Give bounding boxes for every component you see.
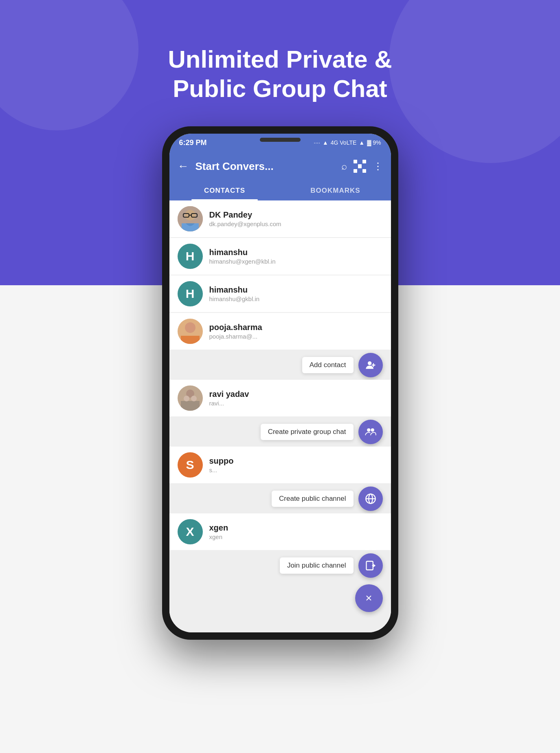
join-public-channel-button[interactable]	[358, 553, 383, 578]
contact-section-suppo: S suppo s... Create public channel	[169, 447, 391, 513]
status-time: 6:29 PM	[179, 139, 207, 147]
contact-info-dk-pandey: DK Pandey dk.pandey@xgenplus.com	[209, 210, 383, 227]
app-bar-title: Start Convers...	[195, 160, 335, 173]
avatar-dk-pandey	[178, 206, 203, 231]
contact-info-ravi: ravi yadav ravi...	[209, 390, 383, 407]
contact-name-suppo: suppo	[209, 456, 383, 466]
contact-name-himanshu1: himanshu	[209, 248, 383, 257]
battery: ▓ 9%	[367, 139, 381, 146]
contact-section-xgen: X xgen xgen Join public channel	[169, 513, 391, 619]
contact-sub-ravi: ravi...	[209, 400, 383, 407]
contact-name-ravi: ravi yadav	[209, 390, 383, 399]
qr-cell	[358, 169, 362, 173]
avatar-ravi	[178, 385, 203, 411]
svg-point-14	[191, 396, 197, 401]
signal-strength: ▲	[359, 139, 365, 146]
contact-name-xgen: xgen	[209, 523, 383, 533]
svg-point-13	[184, 396, 189, 401]
search-icon[interactable]: ⌕	[341, 161, 347, 172]
headline: Unlimited Private & Public Group Chat	[0, 45, 560, 103]
avatar-pooja	[178, 319, 203, 344]
phone-speaker	[260, 138, 301, 142]
qr-code-icon[interactable]	[354, 160, 367, 173]
svg-rect-12	[181, 401, 200, 411]
contact-info-himanshu2: himanshu himanshu@gkbl.in	[209, 285, 383, 302]
add-contact-label[interactable]: Add contact	[302, 357, 354, 373]
avatar-himanshu1: H	[178, 244, 203, 269]
contact-item-himanshu1[interactable]: H himanshu himanshu@xgen@kbl.in	[169, 238, 391, 275]
contact-info-suppo: suppo s...	[209, 456, 383, 473]
svg-point-16	[371, 428, 374, 432]
headline-text: Unlimited Private & Public Group Chat	[168, 46, 392, 102]
contact-info-pooja: pooja.sharma pooja.sharma@...	[209, 323, 383, 340]
create-public-channel-button[interactable]	[358, 487, 383, 511]
back-button[interactable]: ←	[178, 160, 189, 173]
contact-sub-himanshu2: himanshu@gkbl.in	[209, 295, 383, 302]
add-contact-button[interactable]	[358, 353, 383, 377]
contact-sub-pooja: pooja.sharma@...	[209, 333, 383, 340]
action-row-join-channel: Join public channel	[169, 551, 391, 580]
contact-sub-suppo: s...	[209, 467, 383, 473]
join-public-channel-label[interactable]: Join public channel	[280, 557, 354, 574]
contact-info-himanshu1: himanshu himanshu@xgen@kbl.in	[209, 248, 383, 265]
app-bar: ← Start Convers... ⌕	[169, 152, 391, 181]
tabs-bar: CONTACTS BOOKMARKS	[169, 181, 391, 200]
svg-point-7	[185, 322, 195, 333]
contact-sub-dk-pandey: dk.pandey@xgenplus.com	[209, 220, 383, 227]
tab-contacts[interactable]: CONTACTS	[169, 181, 280, 200]
contacts-list: DK Pandey dk.pandey@xgenplus.com H himan…	[169, 200, 391, 632]
qr-cell	[362, 160, 366, 163]
contact-name-dk-pandey: DK Pandey	[209, 210, 383, 220]
status-icons: ···· ▲ 4G VoLTE ▲ ▓ 9%	[314, 139, 381, 146]
create-public-channel-label[interactable]: Create public channel	[272, 491, 353, 507]
more-options-icon[interactable]: ⋮	[373, 161, 383, 172]
svg-point-15	[367, 428, 370, 432]
qr-cell	[362, 169, 366, 173]
signal-dots: ····	[314, 139, 320, 146]
contact-section-pooja: pooja.sharma pooja.sharma@... Add contac…	[169, 313, 391, 380]
contact-item-suppo[interactable]: S suppo s...	[169, 447, 391, 483]
contact-section-ravi: ravi yadav ravi... Create private group …	[169, 380, 391, 447]
phone-outer: 6:29 PM ···· ▲ 4G VoLTE ▲ ▓ 9% ← Start C…	[162, 126, 398, 640]
avatar-xgen: X	[178, 519, 203, 544]
status-bar: 6:29 PM ···· ▲ 4G VoLTE ▲ ▓ 9%	[169, 134, 391, 152]
contact-sub-himanshu1: himanshu@xgen@kbl.in	[209, 258, 383, 265]
action-row-private-group: Create private group chat	[169, 417, 391, 447]
network-type: 4G VoLTE	[331, 139, 357, 146]
phone-mockup: 6:29 PM ···· ▲ 4G VoLTE ▲ ▓ 9% ← Start C…	[162, 126, 398, 680]
app-bar-actions: ⌕ ⋮	[341, 160, 383, 173]
qr-cell	[354, 164, 357, 168]
action-row-public-channel: Create public channel	[169, 484, 391, 513]
signal-bars: ▲	[323, 139, 328, 146]
contact-item-ravi[interactable]: ravi yadav ravi...	[169, 380, 391, 416]
contact-name-himanshu2: himanshu	[209, 285, 383, 295]
qr-cell	[358, 164, 362, 168]
create-private-group-label[interactable]: Create private group chat	[261, 424, 354, 440]
qr-cell	[362, 164, 366, 168]
contact-info-xgen: xgen xgen	[209, 523, 383, 540]
qr-cell	[354, 160, 357, 163]
fab-close-row: ×	[169, 580, 391, 619]
contact-item-pooja[interactable]: pooja.sharma pooja.sharma@...	[169, 313, 391, 350]
contact-item-xgen[interactable]: X xgen xgen	[169, 513, 391, 550]
contact-name-pooja: pooja.sharma	[209, 323, 383, 332]
svg-point-9	[368, 361, 371, 365]
action-row-add-contact: Add contact	[169, 350, 391, 380]
fab-close-button[interactable]: ×	[355, 584, 383, 612]
contact-item-dk-pandey[interactable]: DK Pandey dk.pandey@xgenplus.com	[169, 200, 391, 237]
contact-sub-xgen: xgen	[209, 533, 383, 540]
svg-rect-8	[181, 336, 200, 344]
avatar-suppo: S	[178, 452, 203, 478]
svg-rect-20	[366, 561, 373, 570]
contact-item-himanshu2[interactable]: H himanshu himanshu@gkbl.in	[169, 275, 391, 312]
create-private-group-button[interactable]	[358, 420, 383, 444]
qr-cell	[354, 169, 357, 173]
qr-cell	[358, 160, 362, 163]
tab-bookmarks[interactable]: BOOKMARKS	[280, 181, 391, 200]
avatar-himanshu2: H	[178, 281, 203, 306]
close-icon: ×	[365, 592, 372, 604]
phone-screen: 6:29 PM ···· ▲ 4G VoLTE ▲ ▓ 9% ← Start C…	[169, 134, 391, 632]
